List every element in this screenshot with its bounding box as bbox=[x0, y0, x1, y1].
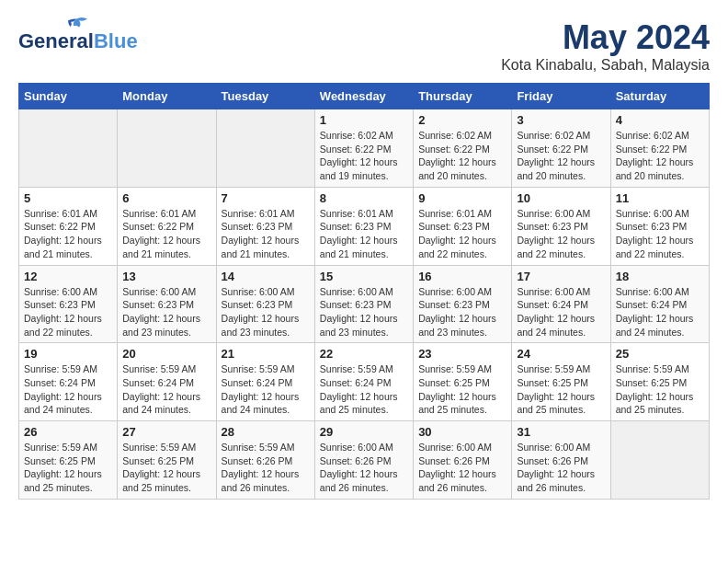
table-row: 3Sunrise: 6:02 AMSunset: 6:22 PMDaylight… bbox=[512, 109, 610, 188]
table-row: 13Sunrise: 6:00 AMSunset: 6:23 PMDayligh… bbox=[118, 265, 216, 343]
table-row: 28Sunrise: 5:59 AMSunset: 6:26 PMDayligh… bbox=[216, 421, 314, 500]
day-detail: Sunrise: 5:59 AMSunset: 6:25 PMDaylight:… bbox=[616, 362, 704, 417]
table-row: 26Sunrise: 5:59 AMSunset: 6:25 PMDayligh… bbox=[19, 421, 118, 500]
header-monday: Monday bbox=[118, 84, 216, 109]
day-detail: Sunrise: 5:59 AMSunset: 6:26 PMDaylight:… bbox=[222, 441, 310, 495]
table-row: 19Sunrise: 5:59 AMSunset: 6:24 PMDayligh… bbox=[19, 343, 118, 421]
day-detail: Sunrise: 5:59 AMSunset: 6:24 PMDaylight:… bbox=[222, 362, 310, 417]
day-detail: Sunrise: 5:59 AMSunset: 6:24 PMDaylight:… bbox=[320, 362, 408, 417]
day-number: 20 bbox=[122, 347, 210, 361]
table-row: 23Sunrise: 5:59 AMSunset: 6:25 PMDayligh… bbox=[414, 343, 512, 421]
day-detail: Sunrise: 6:02 AMSunset: 6:22 PMDaylight:… bbox=[616, 129, 704, 183]
logo-text-general: General bbox=[18, 31, 94, 52]
day-detail: Sunrise: 6:01 AMSunset: 6:23 PMDaylight:… bbox=[320, 207, 408, 261]
day-detail: Sunrise: 6:01 AMSunset: 6:22 PMDaylight:… bbox=[24, 207, 112, 261]
table-row bbox=[19, 109, 118, 188]
calendar-week-3: 12Sunrise: 6:00 AMSunset: 6:23 PMDayligh… bbox=[19, 265, 710, 343]
day-detail: Sunrise: 6:00 AMSunset: 6:26 PMDaylight:… bbox=[517, 441, 605, 495]
day-detail: Sunrise: 6:00 AMSunset: 6:23 PMDaylight:… bbox=[517, 207, 605, 261]
day-detail: Sunrise: 5:59 AMSunset: 6:25 PMDaylight:… bbox=[24, 441, 112, 495]
day-detail: Sunrise: 6:00 AMSunset: 6:23 PMDaylight:… bbox=[616, 207, 704, 261]
day-number: 10 bbox=[517, 191, 605, 205]
table-row: 22Sunrise: 5:59 AMSunset: 6:24 PMDayligh… bbox=[314, 343, 413, 421]
table-row bbox=[216, 109, 314, 188]
header-tuesday: Tuesday bbox=[216, 84, 314, 109]
page-header: GeneralBlue May 2024 Kota Kinabalu, Saba… bbox=[18, 18, 710, 74]
title-block: May 2024 Kota Kinabalu, Sabah, Malaysia bbox=[501, 18, 710, 74]
day-number: 15 bbox=[320, 270, 408, 283]
table-row: 30Sunrise: 6:00 AMSunset: 6:26 PMDayligh… bbox=[414, 421, 512, 500]
day-detail: Sunrise: 6:00 AMSunset: 6:26 PMDaylight:… bbox=[320, 441, 408, 495]
day-number: 21 bbox=[222, 347, 310, 361]
day-number: 27 bbox=[122, 425, 210, 439]
table-row: 31Sunrise: 6:00 AMSunset: 6:26 PMDayligh… bbox=[512, 421, 610, 500]
location-subtitle: Kota Kinabalu, Sabah, Malaysia bbox=[501, 57, 710, 74]
day-number: 11 bbox=[616, 191, 704, 205]
calendar-week-2: 5Sunrise: 6:01 AMSunset: 6:22 PMDaylight… bbox=[19, 187, 710, 265]
day-detail: Sunrise: 6:02 AMSunset: 6:22 PMDaylight:… bbox=[418, 129, 506, 183]
day-number: 23 bbox=[418, 347, 506, 361]
day-number: 2 bbox=[418, 113, 506, 127]
day-detail: Sunrise: 6:02 AMSunset: 6:22 PMDaylight:… bbox=[320, 129, 408, 183]
table-row: 10Sunrise: 6:00 AMSunset: 6:23 PMDayligh… bbox=[512, 187, 610, 265]
table-row: 8Sunrise: 6:01 AMSunset: 6:23 PMDaylight… bbox=[314, 187, 413, 265]
day-number: 22 bbox=[320, 347, 408, 361]
calendar-week-4: 19Sunrise: 5:59 AMSunset: 6:24 PMDayligh… bbox=[19, 343, 710, 421]
day-number: 19 bbox=[24, 347, 112, 361]
day-number: 6 bbox=[122, 191, 210, 205]
table-row bbox=[118, 109, 216, 188]
table-row: 20Sunrise: 5:59 AMSunset: 6:24 PMDayligh… bbox=[118, 343, 216, 421]
header-thursday: Thursday bbox=[414, 84, 512, 109]
table-row: 29Sunrise: 6:00 AMSunset: 6:26 PMDayligh… bbox=[314, 421, 413, 500]
table-row: 25Sunrise: 5:59 AMSunset: 6:25 PMDayligh… bbox=[610, 343, 709, 421]
day-number: 28 bbox=[222, 425, 310, 439]
table-row: 7Sunrise: 6:01 AMSunset: 6:23 PMDaylight… bbox=[216, 187, 314, 265]
day-number: 16 bbox=[418, 270, 506, 283]
header-sunday: Sunday bbox=[19, 84, 118, 109]
header-saturday: Saturday bbox=[610, 84, 709, 109]
day-number: 24 bbox=[517, 347, 605, 361]
day-number: 13 bbox=[122, 270, 210, 283]
day-number: 17 bbox=[517, 270, 605, 283]
day-detail: Sunrise: 6:00 AMSunset: 6:26 PMDaylight:… bbox=[418, 441, 506, 495]
day-number: 12 bbox=[24, 270, 112, 283]
day-detail: Sunrise: 6:00 AMSunset: 6:23 PMDaylight:… bbox=[122, 285, 210, 339]
day-detail: Sunrise: 6:01 AMSunset: 6:23 PMDaylight:… bbox=[418, 207, 506, 261]
header-wednesday: Wednesday bbox=[314, 84, 413, 109]
table-row: 1Sunrise: 6:02 AMSunset: 6:22 PMDaylight… bbox=[314, 109, 413, 188]
day-number: 18 bbox=[616, 270, 704, 283]
calendar-header: Sunday Monday Tuesday Wednesday Thursday… bbox=[19, 84, 710, 109]
day-number: 26 bbox=[24, 425, 112, 439]
calendar-table: Sunday Monday Tuesday Wednesday Thursday… bbox=[18, 83, 710, 500]
day-detail: Sunrise: 5:59 AMSunset: 6:25 PMDaylight:… bbox=[517, 362, 605, 417]
day-number: 4 bbox=[616, 113, 704, 127]
day-detail: Sunrise: 5:59 AMSunset: 6:25 PMDaylight:… bbox=[122, 441, 210, 495]
table-row bbox=[610, 421, 709, 500]
day-detail: Sunrise: 6:01 AMSunset: 6:22 PMDaylight:… bbox=[122, 207, 210, 261]
day-detail: Sunrise: 5:59 AMSunset: 6:24 PMDaylight:… bbox=[24, 362, 112, 417]
day-detail: Sunrise: 5:59 AMSunset: 6:24 PMDaylight:… bbox=[122, 362, 210, 417]
month-title: May 2024 bbox=[501, 18, 710, 57]
day-number: 30 bbox=[418, 425, 506, 439]
table-row: 9Sunrise: 6:01 AMSunset: 6:23 PMDaylight… bbox=[414, 187, 512, 265]
day-number: 31 bbox=[517, 425, 605, 439]
calendar-week-5: 26Sunrise: 5:59 AMSunset: 6:25 PMDayligh… bbox=[19, 421, 710, 500]
table-row: 16Sunrise: 6:00 AMSunset: 6:23 PMDayligh… bbox=[414, 265, 512, 343]
day-number: 25 bbox=[616, 347, 704, 361]
table-row: 2Sunrise: 6:02 AMSunset: 6:22 PMDaylight… bbox=[414, 109, 512, 188]
day-number: 8 bbox=[320, 191, 408, 205]
logo: GeneralBlue bbox=[18, 18, 138, 52]
table-row: 6Sunrise: 6:01 AMSunset: 6:22 PMDaylight… bbox=[118, 187, 216, 265]
day-number: 1 bbox=[320, 113, 408, 127]
logo-text-blue: Blue bbox=[94, 31, 138, 52]
day-number: 7 bbox=[222, 191, 310, 205]
calendar-body: 1Sunrise: 6:02 AMSunset: 6:22 PMDaylight… bbox=[19, 109, 710, 500]
weekday-header-row: Sunday Monday Tuesday Wednesday Thursday… bbox=[19, 84, 710, 109]
table-row: 17Sunrise: 6:00 AMSunset: 6:24 PMDayligh… bbox=[512, 265, 610, 343]
table-row: 24Sunrise: 5:59 AMSunset: 6:25 PMDayligh… bbox=[512, 343, 610, 421]
table-row: 21Sunrise: 5:59 AMSunset: 6:24 PMDayligh… bbox=[216, 343, 314, 421]
day-detail: Sunrise: 6:00 AMSunset: 6:24 PMDaylight:… bbox=[616, 285, 704, 339]
day-detail: Sunrise: 6:00 AMSunset: 6:24 PMDaylight:… bbox=[517, 285, 605, 339]
table-row: 11Sunrise: 6:00 AMSunset: 6:23 PMDayligh… bbox=[610, 187, 709, 265]
header-friday: Friday bbox=[512, 84, 610, 109]
